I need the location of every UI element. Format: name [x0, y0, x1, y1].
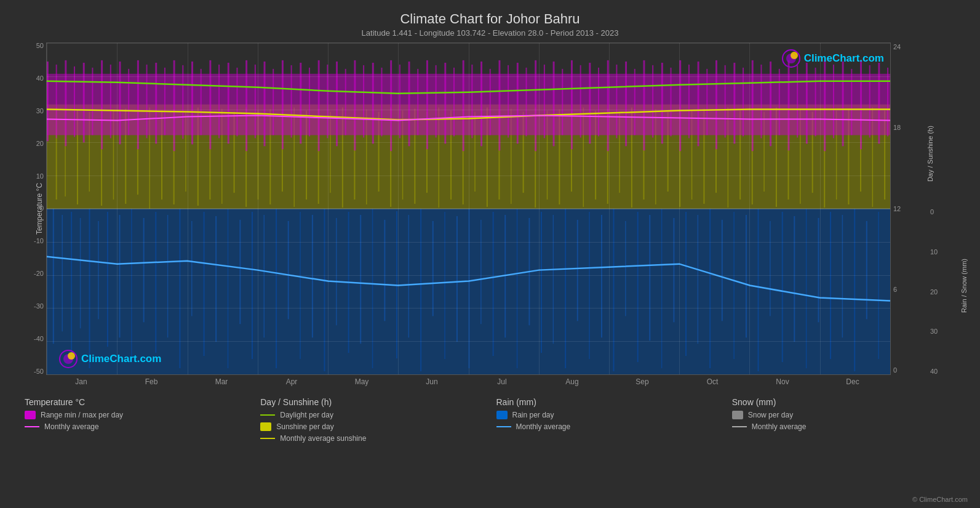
- legend-rain-title: Rain (mm): [496, 397, 720, 407]
- legend-temp-avg: Monthly average: [25, 422, 248, 431]
- legend-temp-title: Temperature °C: [25, 397, 248, 407]
- top-logo: ClimeChart.com: [782, 49, 884, 68]
- chart-container: Climate Chart for Johor Bahru Latitude 1…: [0, 0, 980, 508]
- legend-temp-range: Range min / max per day: [25, 411, 248, 419]
- month-jan: Jan: [46, 377, 116, 386]
- legend-daylight-label: Daylight per day: [280, 411, 333, 419]
- legend-rain-per-day: Rain per day: [496, 411, 720, 419]
- y-ticks-left: 50 40 30 20 10 0 -10 -20 -30 -40 -50: [34, 42, 44, 375]
- snow-swatch: [732, 411, 743, 419]
- legend-temp-range-label: Range min / max per day: [41, 411, 123, 419]
- legend-snow-label: Snow per day: [748, 411, 793, 419]
- temp-range-swatch: [25, 411, 36, 419]
- legend-sunshine-label: Sunshine per day: [276, 422, 333, 431]
- legend-snow-title: Snow (mm): [732, 397, 955, 407]
- logo-icon-bottom: [59, 350, 78, 368]
- grid-lines: [47, 43, 890, 374]
- legend-rain-avg: Monthly average: [496, 422, 720, 431]
- month-aug: Aug: [537, 377, 607, 386]
- legend-sunshine-per-day: Sunshine per day: [260, 422, 484, 431]
- y-ticks-right2: 0 10 20 30 40: [930, 209, 938, 375]
- month-dec: Dec: [818, 377, 888, 386]
- month-sep: Sep: [607, 377, 677, 386]
- top-logo-text: ClimeChart.com: [804, 52, 884, 65]
- title-area: Climate Chart for Johor Bahru Latitude 1…: [12, 6, 968, 39]
- legend-snow-per-day: Snow per day: [732, 411, 955, 419]
- legend-rain-avg-label: Monthly average: [516, 422, 571, 431]
- rain-swatch: [496, 411, 508, 419]
- legend-rain-label: Rain per day: [512, 411, 554, 419]
- month-apr: Apr: [257, 377, 327, 386]
- svg-point-244: [68, 352, 75, 360]
- chart-title: Climate Chart for Johor Bahru: [12, 11, 968, 27]
- legend-snow-avg-label: Monthly average: [752, 422, 807, 431]
- legend-sunshine-avg: Monthly average sunshine: [260, 434, 484, 443]
- legend-sunshine-avg-label: Monthly average sunshine: [280, 434, 366, 443]
- x-axis: Jan Feb Mar Apr May Jun Jul Aug Sep Oct …: [46, 375, 888, 392]
- daylight-line: [260, 414, 275, 416]
- legend-area: Temperature °C Range min / max per day M…: [12, 392, 968, 446]
- temp-avg-line: [25, 426, 39, 427]
- logo-icon: [782, 49, 800, 68]
- legend-snow: Snow (mm) Snow per day Monthly average: [726, 397, 962, 446]
- legend-temp-avg-label: Monthly average: [44, 422, 99, 431]
- y-ticks-right1: 24 18 12 6 0: [893, 42, 901, 375]
- legend-rain: Rain (mm) Rain per day Monthly average: [490, 397, 726, 446]
- bottom-logo-text: ClimeChart.com: [81, 353, 161, 365]
- rain-avg-line: [496, 426, 511, 427]
- month-may: May: [327, 377, 397, 386]
- snow-avg-line: [732, 426, 747, 427]
- chart-subtitle: Latitude 1.441 - Longitude 103.742 - Ele…: [12, 28, 968, 38]
- month-feb: Feb: [116, 377, 186, 386]
- sunshine-avg-line: [260, 438, 275, 439]
- copyright: © ClimeChart.com: [912, 496, 968, 503]
- svg-point-241: [791, 52, 798, 59]
- month-mar: Mar: [186, 377, 257, 386]
- month-oct: Oct: [677, 377, 747, 386]
- legend-temperature: Temperature °C Range min / max per day M…: [18, 397, 254, 446]
- month-jun: Jun: [397, 377, 467, 386]
- sunshine-swatch: [260, 422, 271, 431]
- month-nov: Nov: [747, 377, 818, 386]
- bottom-logo: ClimeChart.com: [59, 350, 161, 368]
- legend-snow-avg: Monthly average: [732, 422, 955, 431]
- legend-daylight: Daylight per day: [260, 411, 484, 419]
- plot-area: ClimeChart.com ClimeChart.com: [46, 42, 891, 375]
- legend-sun-title: Day / Sunshine (h): [260, 397, 484, 407]
- y-axis-right2-label: Rain / Snow (mm): [960, 259, 968, 313]
- month-jul: Jul: [467, 377, 537, 386]
- legend-sunshine: Day / Sunshine (h) Daylight per day Suns…: [254, 397, 490, 446]
